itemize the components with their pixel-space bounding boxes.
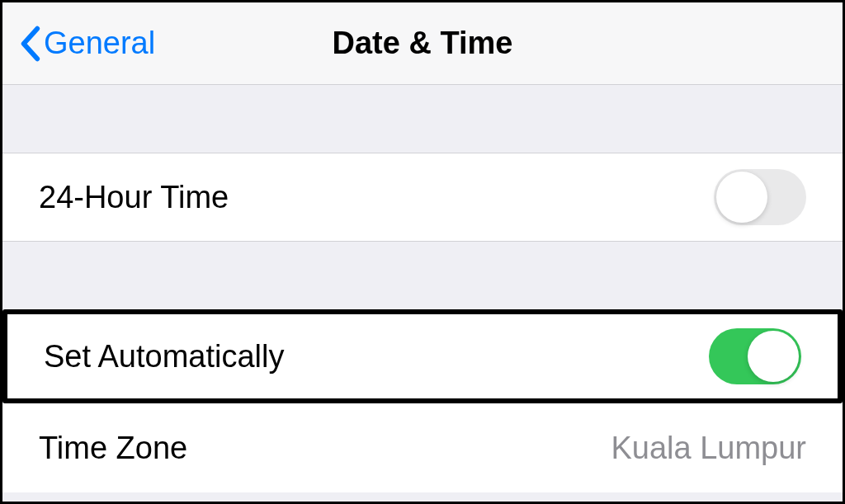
back-label: General	[44, 26, 155, 61]
time-zone-value: Kuala Lumpur	[611, 431, 806, 466]
set-automatically-row[interactable]: Set Automatically	[7, 314, 838, 398]
navigation-bar: General Date & Time	[2, 2, 843, 85]
time-zone-label: Time Zone	[39, 431, 187, 466]
chevron-left-icon	[19, 26, 40, 62]
twenty-four-hour-time-label: 24-Hour Time	[39, 180, 229, 215]
page-title: Date & Time	[333, 26, 513, 61]
section-spacer	[2, 242, 843, 309]
set-automatically-toggle[interactable]	[709, 328, 801, 384]
back-button[interactable]: General	[19, 26, 155, 62]
section-spacer	[2, 85, 843, 153]
highlight-box: Set Automatically	[2, 309, 843, 403]
set-automatically-label: Set Automatically	[44, 339, 284, 374]
toggle-thumb	[716, 172, 767, 223]
time-zone-row[interactable]: Time Zone Kuala Lumpur	[2, 403, 843, 492]
twenty-four-hour-time-row[interactable]: 24-Hour Time	[2, 153, 843, 242]
toggle-thumb	[748, 331, 799, 382]
twenty-four-hour-time-toggle[interactable]	[714, 169, 806, 225]
